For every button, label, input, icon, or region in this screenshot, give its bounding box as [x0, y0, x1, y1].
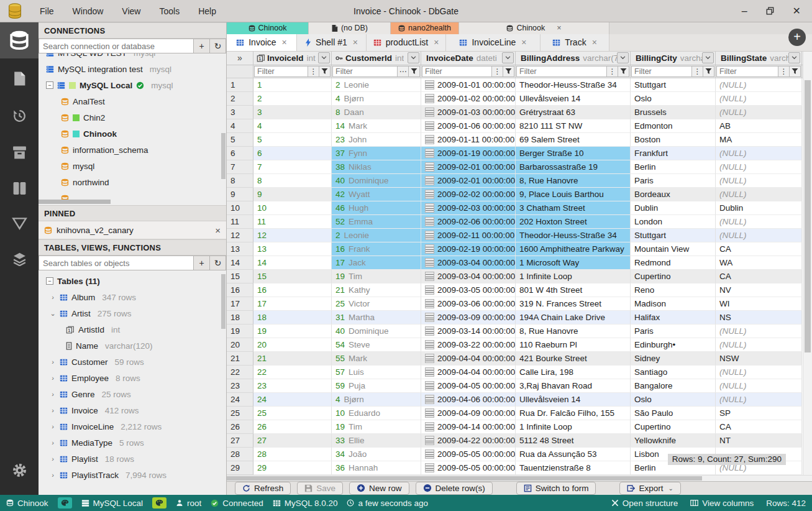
column-header-invoicedate[interactable]: InvoiceDatedateti — [421, 52, 516, 65]
column-menu-button[interactable] — [702, 52, 714, 63]
cell-billingaddress[interactable]: 1 Infinite Loop — [516, 420, 631, 434]
cell-invoiceid[interactable]: 15 — [253, 270, 332, 283]
grid-hscrollbar-thumb[interactable] — [227, 476, 702, 481]
cell-customerid[interactable]: 21Kathy — [332, 283, 421, 297]
cell-invoiceid[interactable]: 1 — [253, 78, 332, 92]
cell-customerid[interactable]: 42Wyatt — [332, 188, 421, 201]
date-editor-icon[interactable] — [425, 422, 434, 431]
cell-customerid[interactable]: 2Leonie — [332, 78, 421, 92]
files-icon[interactable] — [12, 71, 26, 86]
status-mysql-local[interactable]: MySQL Local — [81, 499, 144, 508]
menu-item-window[interactable]: Window — [73, 6, 104, 16]
cell-invoiceid[interactable]: 16 — [253, 283, 332, 297]
row-number[interactable]: 23 — [227, 379, 253, 393]
cell-invoiceid[interactable]: 10 — [253, 201, 332, 215]
cell-billingcity[interactable]: Sidney — [631, 352, 716, 366]
cell-invoiceid[interactable]: 26 — [253, 420, 332, 434]
refresh-button[interactable]: Refresh — [235, 482, 291, 495]
cell-invoicedate[interactable]: 2009-03-14 00:00:00 — [421, 325, 516, 338]
cell-billingaddress[interactable]: 194A Chain Lake Drive — [516, 311, 631, 325]
close-tab-button[interactable]: × — [521, 37, 526, 47]
cell-billingcity[interactable]: Paris — [631, 174, 716, 188]
cell-billingstate[interactable]: (NULL) — [716, 188, 802, 201]
cell-invoiceid[interactable]: 2 — [253, 92, 332, 106]
cell-invoicedate[interactable]: 2009-01-01 00:00:00 — [421, 78, 516, 92]
date-editor-icon[interactable] — [425, 367, 434, 377]
status-rows-412[interactable]: Rows: 412 — [766, 499, 806, 508]
tab-invoiceline[interactable]: InvoiceLine× — [446, 34, 541, 51]
cell-billingstate[interactable]: (NULL) — [716, 174, 802, 188]
status-open-structure[interactable]: Open structure — [611, 499, 678, 508]
date-editor-icon[interactable] — [425, 285, 434, 295]
cell-customerid[interactable]: 40Dominique — [332, 325, 421, 338]
cell-invoiceid[interactable]: 21 — [253, 352, 332, 366]
column-header-customerid[interactable]: CustomerIdint — [332, 52, 421, 65]
date-editor-icon[interactable] — [425, 135, 434, 144]
chevron-right-icon[interactable]: › — [50, 471, 56, 479]
date-editor-icon[interactable] — [425, 354, 434, 363]
column-header-billingstate[interactable]: BillingStatevarcha — [716, 52, 802, 65]
tab-group--no-db-[interactable]: (no DB) — [309, 22, 391, 34]
tables-vscrollbar[interactable] — [221, 274, 226, 329]
filter-menu-button[interactable]: ⋮ — [308, 66, 319, 77]
cell-billingstate[interactable]: SP — [716, 407, 802, 420]
cell-billingstate[interactable]: (NULL) — [716, 393, 802, 407]
status-view-columns[interactable]: View columns — [690, 499, 754, 508]
filter-funnel-button[interactable] — [790, 66, 801, 77]
row-number[interactable]: 17 — [227, 297, 253, 311]
history-icon[interactable] — [12, 108, 27, 124]
cell-invoiceid[interactable]: 29 — [253, 461, 332, 475]
cell-billingstate[interactable]: (NULL) — [716, 78, 802, 92]
connection-item-mysql-wd-test[interactable]: MYSQL WD TESTmysql — [39, 53, 226, 61]
close-tab-button[interactable]: × — [353, 37, 358, 47]
cell-billingaddress[interactable]: Berger Straße 10 — [516, 147, 631, 160]
cell-billingstate[interactable]: Dublin — [716, 201, 802, 215]
cell-billingaddress[interactable]: 421 Bourke Street — [516, 352, 631, 366]
cell-billingstate[interactable]: (NULL) — [716, 366, 802, 379]
tree-item-artistid[interactable]: 1ArtistIdint — [39, 321, 226, 338]
cell-customerid[interactable]: 46Hugh — [332, 201, 421, 215]
filter-menu-button[interactable]: ⋮ — [607, 66, 618, 77]
status-chinook[interactable]: Chinook — [6, 499, 48, 508]
cell-billingstate[interactable]: (NULL) — [716, 215, 802, 229]
cell-invoicedate[interactable]: 2009-02-11 00:00:00 — [421, 229, 516, 242]
row-number[interactable]: 18 — [227, 311, 253, 325]
cell-billingaddress[interactable]: 1 Microsoft Way — [516, 256, 631, 270]
cell-customerid[interactable]: 16Frank — [332, 242, 421, 256]
cell-invoiceid[interactable]: 13 — [253, 242, 332, 256]
menu-item-file[interactable]: File — [40, 6, 54, 16]
cell-billingaddress[interactable]: Ullevålsveien 14 — [516, 92, 631, 106]
row-number[interactable]: 3 — [227, 106, 253, 119]
column-menu-button[interactable] — [408, 52, 419, 63]
connection-item-mysql-local[interactable]: −MySQL Localmysql — [39, 77, 226, 93]
new-tab-button[interactable]: + — [788, 29, 806, 46]
archive-icon[interactable] — [12, 145, 27, 160]
cell-billingaddress[interactable]: Grétrystraat 63 — [516, 106, 631, 119]
cell-invoiceid[interactable]: 14 — [253, 256, 332, 270]
cell-customerid[interactable]: 17Jack — [332, 256, 421, 270]
cell-invoiceid[interactable]: 3 — [253, 106, 332, 119]
tab-productlist[interactable]: productList× — [367, 34, 446, 51]
grid-hscrollbar[interactable] — [227, 475, 812, 481]
menu-item-help[interactable]: Help — [198, 6, 216, 16]
cell-billingcity[interactable]: Yellowknife — [631, 434, 716, 448]
column-menu-button[interactable] — [617, 52, 629, 63]
row-number[interactable]: 2 — [227, 92, 253, 106]
row-number[interactable]: 14 — [227, 256, 253, 270]
cell-invoicedate[interactable]: 2009-01-03 00:00:00 — [421, 106, 516, 119]
chevron-right-icon[interactable]: › — [50, 358, 56, 366]
close-tab-button[interactable]: × — [592, 37, 597, 47]
cell-billingstate[interactable]: NT — [716, 434, 802, 448]
cell-invoiceid[interactable]: 23 — [253, 379, 332, 393]
cell-billingcity[interactable]: São Paulo — [631, 407, 716, 420]
cell-billingaddress[interactable]: 202 Hoxton Street — [516, 215, 631, 229]
status-root[interactable]: root — [176, 499, 201, 508]
tab-group-chinook[interactable]: Chinook — [227, 22, 309, 34]
cell-invoicedate[interactable]: 2009-02-01 00:00:00 — [421, 160, 516, 174]
tree-item-playlist[interactable]: ›Playlist18 rows — [39, 451, 226, 467]
cell-billingcity[interactable]: Bangalore — [631, 379, 716, 393]
cell-billingaddress[interactable]: 1 Infinite Loop — [516, 270, 631, 283]
date-editor-icon[interactable] — [425, 436, 434, 445]
cell-invoicedate[interactable]: 2009-04-04 00:00:00 — [421, 352, 516, 366]
cell-billingcity[interactable]: Brussels — [631, 106, 716, 119]
